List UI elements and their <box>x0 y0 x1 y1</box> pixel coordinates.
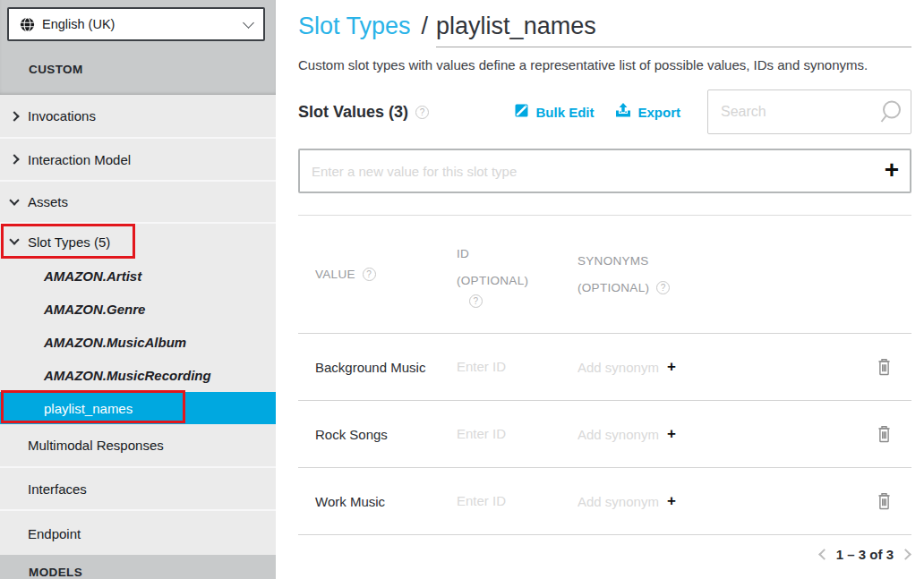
sidebar-item-amazon-genre[interactable]: AMAZON.Genre <box>0 293 276 326</box>
search-icon[interactable] <box>877 98 904 129</box>
export-button[interactable]: Export <box>615 103 680 121</box>
add-value-button[interactable]: + <box>885 154 899 186</box>
sidebar-item-label: Interfaces <box>28 481 87 497</box>
sidebar-item-label: AMAZON.MusicAlbum <box>44 335 186 350</box>
new-slot-value-row: + <box>298 149 911 193</box>
slot-value-label: Background Music <box>315 360 457 375</box>
section-header-models: MODELS <box>0 555 276 579</box>
sidebar-item-interfaces[interactable]: Interfaces <box>0 468 276 511</box>
language-selector[interactable]: English (UK) <box>7 7 265 41</box>
sidebar-item-slot-types[interactable]: Slot Types (5) <box>0 224 276 260</box>
page-description: Custom slot types with values define a r… <box>298 57 911 72</box>
synonym-input[interactable] <box>578 427 663 442</box>
add-synonym-button[interactable]: + <box>667 425 676 443</box>
language-selector-value: English (UK) <box>42 17 244 31</box>
pagination-label: 1 – 3 of 3 <box>836 547 894 562</box>
slot-value-label: Work Music <box>315 494 457 509</box>
chevron-right-icon <box>9 154 19 164</box>
delete-row-button[interactable] <box>876 425 893 444</box>
bulk-edit-button[interactable]: Bulk Edit <box>514 103 594 121</box>
help-icon[interactable]: ? <box>469 294 483 308</box>
search-box <box>707 89 911 134</box>
page-title: playlist_names <box>436 13 596 39</box>
column-header-synonyms-line2: (OPTIONAL) <box>578 275 649 302</box>
pagination: 1 – 3 of 3 <box>298 547 911 562</box>
column-header-id-line1: ID <box>457 241 578 268</box>
sidebar-item-label: Multimodal Responses <box>28 438 164 453</box>
sidebar: English (UK) CUSTOM Invocations Interact… <box>0 0 276 579</box>
main-content: Slot Types / playlist_names Custom slot … <box>276 0 924 579</box>
delete-row-button[interactable] <box>876 358 893 377</box>
sidebar-header: English (UK) CUSTOM <box>0 0 276 95</box>
sidebar-item-multimodal-responses[interactable]: Multimodal Responses <box>0 424 276 468</box>
sidebar-item-label: AMAZON.Genre <box>44 302 145 317</box>
column-header-value: VALUE ? <box>315 268 457 281</box>
id-input[interactable] <box>457 426 555 441</box>
synonym-input[interactable] <box>578 360 663 375</box>
sidebar-item-invocations[interactable]: Invocations <box>0 95 276 139</box>
help-icon[interactable]: ? <box>656 281 670 294</box>
column-header-synonyms-line1: SYNONYMS <box>578 248 876 275</box>
breadcrumb-slot-types-link[interactable]: Slot Types <box>298 13 411 40</box>
sidebar-item-label: Invocations <box>28 108 96 123</box>
new-slot-value-input[interactable] <box>300 150 910 192</box>
export-label: Export <box>637 105 680 120</box>
slot-value-label: Rock Songs <box>315 427 457 442</box>
id-input[interactable] <box>457 493 555 508</box>
sidebar-item-label: Assets <box>28 194 68 209</box>
sidebar-item-label: Interaction Model <box>28 152 131 167</box>
slot-type-name-field[interactable]: playlist_names <box>436 13 911 47</box>
id-input[interactable] <box>457 359 555 374</box>
trash-icon <box>876 492 893 511</box>
slot-values-table: VALUE ? ID (OPTIONAL) ? SYNONYMS (OPTION… <box>298 215 911 535</box>
chevron-down-icon <box>9 195 19 205</box>
column-header-id: ID (OPTIONAL) ? <box>457 241 578 308</box>
table-row: Background Music + <box>298 334 911 401</box>
sidebar-item-label: playlist_names <box>44 401 133 416</box>
chevron-right-icon <box>9 111 19 121</box>
globe-icon <box>20 17 35 32</box>
section-header-custom: CUSTOM <box>29 63 83 76</box>
sidebar-item-amazon-musicrecording[interactable]: AMAZON.MusicRecording <box>0 359 276 392</box>
table-header-row: VALUE ? ID (OPTIONAL) ? SYNONYMS (OPTION… <box>298 216 911 334</box>
table-row: Work Music + <box>298 468 911 535</box>
breadcrumb-separator: / <box>422 13 429 40</box>
sidebar-item-label: AMAZON.Artist <box>44 268 141 284</box>
trash-icon <box>876 425 893 444</box>
add-synonym-button[interactable]: + <box>667 492 676 510</box>
sidebar-item-interaction-model[interactable]: Interaction Model <box>0 139 276 182</box>
slot-values-toolbar: Slot Values (3) ? Bulk Edit <box>298 89 911 134</box>
sidebar-item-label: Slot Types (5) <box>28 234 110 250</box>
bulk-edit-icon <box>514 103 529 121</box>
bulk-edit-label: Bulk Edit <box>535 105 594 120</box>
chevron-down-icon <box>9 234 19 244</box>
help-icon[interactable]: ? <box>415 106 429 119</box>
add-synonym-button[interactable]: + <box>667 358 676 376</box>
delete-row-button[interactable] <box>876 492 893 511</box>
sidebar-item-playlist-names[interactable]: playlist_names <box>0 392 276 424</box>
pagination-next-icon[interactable] <box>900 549 911 560</box>
sidebar-item-label: AMAZON.MusicRecording <box>44 368 211 383</box>
sidebar-item-amazon-artist[interactable]: AMAZON.Artist <box>0 260 276 293</box>
pagination-prev-icon[interactable] <box>818 549 830 560</box>
help-icon[interactable]: ? <box>363 268 376 281</box>
table-row: Rock Songs + <box>298 401 911 468</box>
sidebar-item-amazon-musicalbum[interactable]: AMAZON.MusicAlbum <box>0 326 276 359</box>
export-icon <box>615 103 631 121</box>
trash-icon <box>876 358 893 377</box>
breadcrumb: Slot Types / playlist_names <box>298 13 911 47</box>
sidebar-item-label: Endpoint <box>28 526 81 541</box>
column-header-synonyms: SYNONYMS (OPTIONAL) ? <box>578 248 876 302</box>
synonym-input[interactable] <box>578 494 663 509</box>
sidebar-item-endpoint[interactable]: Endpoint <box>0 511 276 556</box>
column-header-value-label: VALUE <box>315 268 355 281</box>
chevron-down-icon <box>243 17 254 29</box>
slot-values-heading: Slot Values (3) <box>298 103 408 122</box>
sidebar-item-assets[interactable]: Assets <box>0 182 276 224</box>
